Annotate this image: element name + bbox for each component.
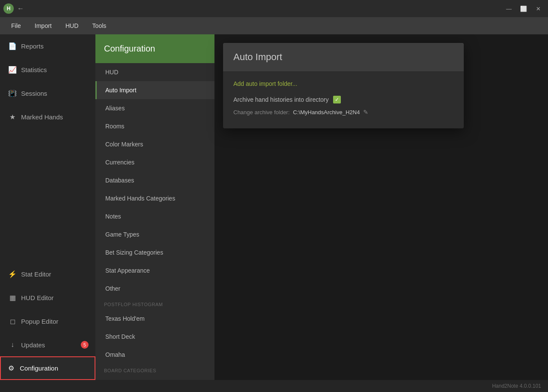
statistics-icon: 📈 [8, 66, 17, 74]
config-list: HUD Auto Import Aliases Rooms Color Mark… [95, 63, 214, 380]
archive-checkbox[interactable]: ✓ [333, 96, 341, 103]
minimize-button[interactable]: — [502, 3, 515, 14]
back-button[interactable]: ← [17, 5, 24, 12]
stat-editor-icon: ⚡ [8, 270, 17, 278]
config-item-short-deck[interactable]: Short Deck [95, 328, 214, 346]
config-item-texas-holdem[interactable]: Texas Hold'em [95, 310, 214, 328]
edit-path-icon[interactable]: ✎ [363, 109, 368, 115]
hud-editor-icon: ▦ [8, 294, 17, 302]
menu-hud[interactable]: HUD [59, 20, 84, 32]
marked-hands-icon: ★ [8, 113, 17, 121]
updates-badge: 5 [81, 341, 89, 349]
config-item-other[interactable]: Other [95, 280, 214, 298]
menu-file[interactable]: File [5, 20, 27, 32]
config-header: Configuration [95, 34, 214, 63]
updates-icon: ↓ [8, 341, 17, 349]
sidebar-label-sessions: Sessions [21, 90, 47, 97]
sidebar: 📄 Reports 📈 Statistics 📳 Sessions ★ Mark… [0, 34, 95, 380]
title-bar-left: H ← [3, 3, 24, 14]
archive-label: Archive hand histories into directory [233, 96, 329, 103]
config-item-currencies[interactable]: Currencies [95, 153, 214, 171]
menu-import[interactable]: Import [29, 20, 58, 32]
dialog-body: Add auto import folder... Archive hand h… [223, 71, 464, 128]
app-logo: H [3, 3, 14, 14]
sidebar-item-reports[interactable]: 📄 Reports [0, 34, 95, 58]
sidebar-item-popup-editor[interactable]: ◻ Popup Editor [0, 310, 95, 333]
sidebar-spacer [0, 129, 95, 262]
config-item-auto-import[interactable]: Auto Import [95, 81, 214, 99]
status-bar: Hand2Note 4.0.0.101 [0, 380, 548, 392]
main-layout: 📄 Reports 📈 Statistics 📳 Sessions ★ Mark… [0, 34, 548, 380]
content-area: Auto Import Add auto import folder... Ar… [214, 34, 548, 380]
sidebar-item-marked-hands[interactable]: ★ Marked Hands [0, 105, 95, 129]
archive-folder-label: Change archive folder: [233, 109, 290, 115]
config-item-aliases[interactable]: Aliases [95, 99, 214, 117]
config-item-game-types[interactable]: Game Types [95, 225, 214, 243]
section-postflop-histogram: POSTFLOP HISTOGRAM [95, 298, 214, 310]
config-item-notes[interactable]: Notes [95, 207, 214, 225]
checkbox-check-icon: ✓ [335, 97, 339, 103]
menu-bar: File Import HUD Tools [0, 17, 548, 34]
config-item-marked-hands-cats[interactable]: Marked Hands Categories [95, 189, 214, 207]
config-item-hud[interactable]: HUD [95, 63, 214, 81]
reports-icon: 📄 [8, 42, 17, 50]
sidebar-item-sessions[interactable]: 📳 Sessions [0, 82, 95, 105]
close-button[interactable]: ✕ [532, 3, 545, 14]
sidebar-label-configuration: Configuration [20, 365, 58, 372]
sidebar-label-statistics: Statistics [21, 66, 47, 73]
sidebar-label-popup-editor: Popup Editor [21, 318, 58, 325]
sidebar-item-configuration[interactable]: ⚙ Configuration [0, 356, 95, 380]
title-bar: H ← — ⬜ ✕ [0, 0, 548, 17]
archive-row: Archive hand histories into directory ✓ [233, 96, 453, 103]
archive-path-row: Change archive folder: C:\MyHandsArchive… [233, 109, 453, 115]
sessions-icon: 📳 [8, 89, 17, 97]
sidebar-item-stat-editor[interactable]: ⚡ Stat Editor [0, 262, 95, 286]
sidebar-label-updates: Updates [21, 341, 45, 349]
section-board-categories: BOARD CATEGORIES [95, 364, 214, 376]
version-label: Hand2Note 4.0.0.101 [492, 383, 541, 389]
sidebar-item-updates[interactable]: ↓ Updates 5 [0, 333, 95, 356]
sidebar-label-marked-hands: Marked Hands [21, 113, 63, 121]
config-item-databases[interactable]: Databases [95, 171, 214, 189]
auto-import-dialog: Auto Import Add auto import folder... Ar… [223, 43, 464, 128]
sidebar-label-reports: Reports [21, 43, 44, 50]
sidebar-item-statistics[interactable]: 📈 Statistics [0, 58, 95, 82]
config-item-stat-appearance[interactable]: Stat Appearance [95, 261, 214, 280]
menu-tools[interactable]: Tools [86, 20, 113, 32]
config-item-texas-holdem-bc[interactable]: Texas Hold'em [95, 376, 214, 380]
config-item-bet-sizing[interactable]: Bet Sizing Categories [95, 243, 214, 261]
config-item-color-markers[interactable]: Color Markers [95, 135, 214, 153]
config-panel: Configuration HUD Auto Import Aliases Ro… [95, 34, 214, 380]
sidebar-item-hud-editor[interactable]: ▦ HUD Editor [0, 286, 95, 310]
title-bar-controls: — ⬜ ✕ [502, 3, 545, 14]
config-item-omaha[interactable]: Omaha [95, 346, 214, 364]
config-title: Configuration [104, 44, 155, 53]
add-folder-link[interactable]: Add auto import folder... [233, 80, 297, 87]
configuration-icon: ⚙ [7, 364, 15, 372]
dialog-header: Auto Import [223, 43, 464, 71]
maximize-button[interactable]: ⬜ [517, 3, 530, 14]
popup-editor-icon: ◻ [8, 317, 17, 325]
dialog-title: Auto Import [233, 52, 282, 62]
config-item-rooms[interactable]: Rooms [95, 117, 214, 135]
archive-folder-path: C:\MyHandsArchive_H2N4 [293, 109, 360, 115]
sidebar-label-stat-editor: Stat Editor [21, 270, 51, 278]
sidebar-label-hud-editor: HUD Editor [21, 294, 54, 301]
